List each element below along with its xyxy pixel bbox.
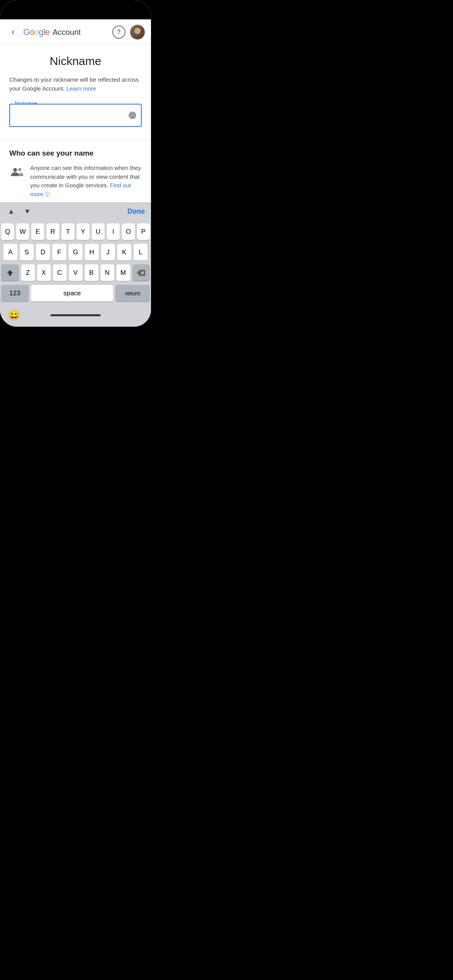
key-x[interactable]: X bbox=[37, 264, 51, 281]
spacer bbox=[9, 140, 142, 149]
keyboard-row-2: A S D F G H J K L bbox=[1, 244, 150, 260]
nickname-input-wrapper: Nickname bbox=[9, 104, 142, 127]
keyboard-toolbar: ▲ ▼ Done bbox=[0, 202, 151, 220]
key-b[interactable]: B bbox=[85, 264, 98, 281]
page-title: Nickname bbox=[9, 55, 142, 68]
key-r[interactable]: R bbox=[46, 223, 59, 240]
key-z[interactable]: Z bbox=[21, 264, 35, 281]
key-p[interactable]: P bbox=[137, 223, 150, 240]
who-can-see-section: Who can see your name Anyone can see thi… bbox=[9, 149, 142, 199]
google-g: G bbox=[23, 27, 30, 37]
input-dot-indicator bbox=[129, 111, 136, 119]
key-i[interactable]: I bbox=[107, 223, 120, 240]
emoji-button[interactable]: 😀 bbox=[8, 309, 20, 321]
header-left: ‹ Google Account bbox=[6, 25, 81, 39]
google-e: e bbox=[45, 27, 50, 37]
page-content: Nickname Changes to your nickname will b… bbox=[0, 44, 151, 202]
key-o[interactable]: O bbox=[122, 223, 135, 240]
key-e[interactable]: E bbox=[31, 223, 44, 240]
user-avatar[interactable] bbox=[130, 25, 145, 39]
key-a[interactable]: A bbox=[3, 244, 17, 260]
key-w[interactable]: W bbox=[16, 223, 29, 240]
keyboard-row-1: Q W E R T Y U I O P bbox=[1, 223, 150, 240]
find-out-more-icon: ⓘ bbox=[45, 192, 50, 197]
shift-icon bbox=[7, 269, 14, 276]
nickname-field-container bbox=[9, 104, 142, 127]
key-h[interactable]: H bbox=[85, 244, 99, 260]
delete-icon bbox=[137, 270, 145, 276]
key-f[interactable]: F bbox=[52, 244, 66, 260]
learn-more-link[interactable]: Learn more bbox=[67, 85, 96, 92]
google-logo: Google bbox=[23, 27, 50, 37]
key-m[interactable]: M bbox=[117, 264, 130, 281]
key-l[interactable]: L bbox=[134, 244, 148, 260]
keyboard-done-button[interactable]: Done bbox=[127, 207, 145, 216]
key-c[interactable]: C bbox=[53, 264, 67, 281]
help-button[interactable]: ? bbox=[112, 26, 125, 39]
header-right: ? bbox=[112, 25, 145, 39]
nickname-input[interactable] bbox=[9, 104, 142, 127]
back-button[interactable]: ‹ bbox=[6, 25, 20, 39]
people-icon bbox=[11, 167, 23, 178]
key-v[interactable]: V bbox=[69, 264, 82, 281]
keyboard-prev-button[interactable]: ▲ bbox=[6, 206, 16, 217]
key-u[interactable]: U bbox=[92, 223, 105, 240]
home-indicator bbox=[50, 314, 101, 316]
svg-point-0 bbox=[13, 168, 17, 172]
visibility-row: Anyone can see this information when the… bbox=[9, 164, 142, 199]
key-n[interactable]: N bbox=[101, 264, 114, 281]
help-icon: ? bbox=[117, 29, 121, 36]
shift-key[interactable] bbox=[1, 264, 19, 281]
keyboard-nav: ▲ ▼ bbox=[6, 206, 33, 217]
key-t[interactable]: T bbox=[62, 223, 74, 240]
avatar-image bbox=[130, 25, 145, 39]
keyboard-row-4: 123 space return bbox=[1, 285, 150, 302]
content-area: ‹ Google Account ? Nickname Changes to bbox=[0, 19, 151, 327]
delete-key[interactable] bbox=[132, 264, 150, 281]
google-account-text: Account bbox=[53, 28, 81, 37]
key-j[interactable]: J bbox=[101, 244, 115, 260]
key-g[interactable]: G bbox=[69, 244, 82, 260]
keyboard: Q W E R T Y U I O P A S D F G H J K bbox=[0, 220, 151, 307]
keyboard-row-3: Z X C V B N M bbox=[1, 264, 150, 281]
key-d[interactable]: D bbox=[36, 244, 50, 260]
visibility-description: Anyone can see this information when the… bbox=[30, 164, 142, 199]
key-y[interactable]: Y bbox=[77, 223, 89, 240]
bottom-bar: 😀 bbox=[0, 307, 151, 327]
who-can-see-title: Who can see your name bbox=[9, 149, 142, 158]
google-o1: o bbox=[30, 27, 34, 37]
numbers-key[interactable]: 123 bbox=[1, 285, 29, 302]
google-o2: o bbox=[34, 27, 39, 37]
keyboard-next-button[interactable]: ▼ bbox=[22, 206, 33, 217]
back-arrow-icon: ‹ bbox=[12, 27, 14, 37]
key-q[interactable]: Q bbox=[1, 223, 14, 240]
key-k[interactable]: K bbox=[117, 244, 131, 260]
svg-point-1 bbox=[18, 168, 21, 171]
visibility-icon bbox=[9, 164, 25, 180]
return-key[interactable]: return bbox=[115, 285, 150, 302]
header: ‹ Google Account ? bbox=[0, 19, 151, 44]
space-key[interactable]: space bbox=[31, 285, 113, 302]
page-description: Changes to your nickname will be reflect… bbox=[9, 75, 142, 93]
status-bar bbox=[0, 0, 151, 19]
google-g2: g bbox=[39, 27, 43, 37]
key-s[interactable]: S bbox=[20, 244, 34, 260]
